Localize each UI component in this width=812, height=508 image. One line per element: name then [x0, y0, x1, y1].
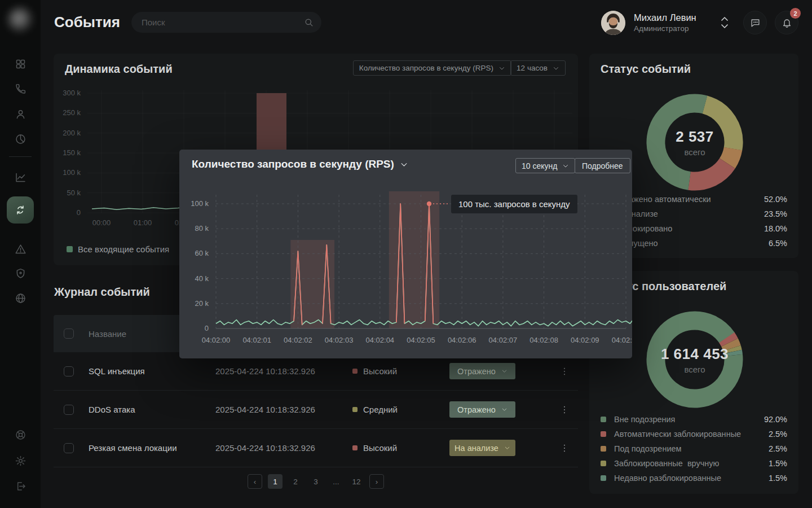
logout-icon: [15, 480, 27, 492]
users-status-legend-row: Заблокированные вручную 1.5%: [601, 456, 787, 471]
page-title: События: [54, 14, 120, 31]
svg-text:04:02:01: 04:02:01: [242, 336, 271, 344]
legend-label: Автоматически заблокированные: [614, 430, 769, 439]
svg-text:100 k: 100 k: [63, 168, 81, 177]
pagination-page-1[interactable]: 1: [268, 474, 283, 489]
svg-text:0: 0: [205, 324, 209, 332]
svg-text:300 k: 300 k: [63, 89, 81, 97]
svg-text:04:02:08: 04:02:08: [529, 336, 558, 344]
lifebuoy-icon: [15, 429, 27, 441]
messages-button[interactable]: [743, 11, 767, 34]
pagination-page-2[interactable]: 2: [288, 474, 303, 489]
row-menu-button[interactable]: [559, 366, 570, 376]
legend-percent: 1.5%: [769, 459, 787, 468]
details-button[interactable]: Подробнее: [575, 158, 630, 173]
svg-text:04:02:10: 04:02:10: [612, 336, 632, 344]
legend-percent: 2.5%: [769, 430, 787, 439]
user-menu-chevrons-icon[interactable]: [720, 16, 730, 29]
legend-label: На анализе: [614, 209, 764, 218]
users-status-legend-row: Под подозрением 2.5%: [601, 441, 787, 456]
row-checkbox[interactable]: [64, 405, 74, 415]
sidebar-item-analytics[interactable]: [8, 167, 33, 187]
users-status-legend-row: Недавно разблокированные 1.5%: [601, 471, 787, 485]
pagination-ellipsis: ...: [329, 474, 343, 489]
user-name: Михаил Левин: [634, 12, 696, 23]
sidebar-item-alerts[interactable]: [8, 239, 33, 259]
event-severity: Средний: [352, 405, 441, 414]
sidebar-item-logout[interactable]: [8, 476, 33, 496]
kebab-icon: [559, 366, 570, 376]
legend-percent: 23.5%: [764, 209, 787, 218]
sidebar-item-users[interactable]: [8, 104, 33, 124]
legend-swatch: [601, 475, 606, 481]
metric-select[interactable]: Количество запросов в секунду (RPS): [353, 60, 511, 76]
sidebar-item-network[interactable]: [8, 288, 33, 308]
legend-label: Вне подозрения: [614, 415, 764, 424]
event-status-select[interactable]: Отражено: [449, 363, 515, 379]
events-status-title: Статус событий: [601, 63, 691, 76]
chevron-down-icon: [498, 65, 505, 72]
user-icon: [15, 108, 27, 120]
users-status-total: 1 614 453 всего: [646, 311, 743, 408]
notifications-button[interactable]: 2: [775, 11, 798, 34]
chevron-down-icon: [501, 368, 508, 374]
sidebar-item-dashboard[interactable]: [8, 54, 33, 74]
row-checkbox[interactable]: [64, 443, 74, 453]
grid-icon: [15, 58, 27, 70]
phone-icon: [15, 83, 27, 95]
chevron-down-icon: [504, 445, 510, 451]
legend-swatch: [67, 246, 73, 252]
topbar: События Михаил Левин Администратор 2: [41, 0, 812, 45]
legend-percent: 6.5%: [769, 239, 787, 248]
event-name: Резкая смена локации: [89, 443, 215, 453]
sidebar-item-events[interactable]: [7, 196, 34, 224]
sidebar-item-support[interactable]: [8, 424, 33, 445]
sidebar-item-security[interactable]: [8, 263, 33, 283]
event-status-select[interactable]: Отражено: [449, 401, 515, 418]
row-menu-button[interactable]: [559, 405, 570, 415]
pagination-page-12[interactable]: 12: [349, 474, 364, 489]
svg-text:04:02:00: 04:02:00: [202, 336, 231, 344]
sidebar-item-settings[interactable]: [8, 450, 33, 471]
gear-icon: [15, 455, 27, 467]
svg-text:100 k: 100 k: [191, 199, 209, 208]
avatar[interactable]: [601, 11, 625, 35]
legend-label: Заблокировано: [614, 224, 764, 233]
journal-row[interactable]: DDoS атака 2025-04-224 10:18:32.926 Сред…: [54, 391, 578, 429]
pagination-next-button[interactable]: ›: [369, 474, 384, 489]
pie-icon: [15, 133, 27, 145]
legend-percent: 1.5%: [769, 474, 787, 483]
search-box[interactable]: [131, 12, 321, 33]
dynamics-legend-item: Все входящие события: [67, 244, 169, 254]
legend-label: Пропущено: [614, 239, 769, 248]
chevron-down-icon: [562, 163, 569, 169]
event-status-select[interactable]: На анализе: [449, 440, 515, 456]
sidebar-item-calls[interactable]: [8, 78, 33, 99]
search-input[interactable]: [142, 17, 304, 27]
rps-modal-title-dropdown[interactable]: Количество запросов в секунду (RPS): [192, 158, 408, 170]
row-checkbox[interactable]: [64, 366, 74, 376]
search-icon: [304, 17, 314, 27]
journal-row[interactable]: Резкая смена локации 2025-04-224 10:18:3…: [54, 429, 578, 467]
svg-text:80 k: 80 k: [195, 224, 209, 233]
svg-text:20 k: 20 k: [195, 299, 209, 308]
chat-icon: [750, 17, 761, 28]
pagination: ‹123...12›: [54, 474, 578, 489]
legend-label: Все входящие события: [78, 244, 169, 254]
interval-select[interactable]: 10 секунд: [515, 158, 575, 173]
pagination-prev-button[interactable]: ‹: [248, 474, 262, 489]
users-status-legend-row: Вне подозрения 92.0%: [601, 412, 787, 427]
svg-text:0: 0: [77, 208, 81, 217]
event-severity: Высокий: [352, 443, 441, 453]
range-select[interactable]: 12 часов: [510, 60, 566, 76]
svg-text:04:02:05: 04:02:05: [407, 336, 435, 344]
pagination-page-3[interactable]: 3: [308, 474, 323, 489]
sidebar-item-reports[interactable]: [8, 129, 33, 149]
select-all-checkbox[interactable]: [64, 329, 74, 339]
legend-swatch: [601, 446, 606, 452]
journal-title: Журнал событий: [54, 286, 150, 299]
users-status-legend-row: Автоматически заблокированные 2.5%: [601, 427, 787, 441]
bell-icon: [782, 17, 792, 28]
row-menu-button[interactable]: [559, 443, 570, 453]
chevron-down-icon: [553, 65, 559, 72]
